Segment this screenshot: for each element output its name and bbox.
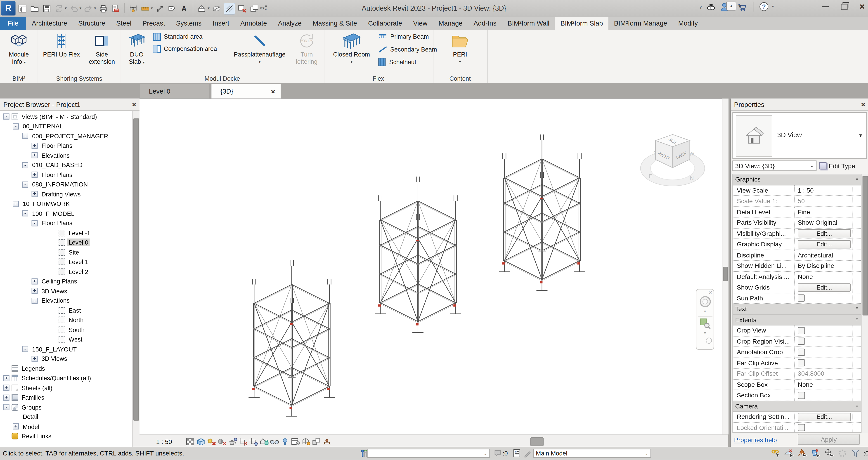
- redo-icon[interactable]: [83, 3, 94, 13]
- property-row[interactable]: Section Box «: [733, 390, 861, 401]
- property-row[interactable]: Annotation Crop «: [733, 347, 861, 358]
- view-tab-close-icon[interactable]: ×: [271, 87, 275, 96]
- property-row[interactable]: Crop View «: [733, 326, 861, 336]
- view-tab[interactable]: {3D} ×: [211, 84, 281, 99]
- property-checkbox[interactable]: [798, 327, 805, 334]
- collapse-search-icon[interactable]: ‹: [700, 2, 702, 11]
- ribbon-tab[interactable]: Architecture: [26, 17, 73, 30]
- closed-room-button[interactable]: Closed Room ▾: [327, 31, 376, 73]
- lock-3d-view-icon[interactable]: [258, 437, 269, 446]
- worksets-select[interactable]: ⌄: [367, 449, 490, 458]
- filter-icon[interactable]: [850, 448, 861, 458]
- tree-item[interactable]: + Ceiling Plans: [0, 276, 132, 286]
- displacement-sets-icon[interactable]: [311, 437, 322, 446]
- view-scale-control[interactable]: 1 : 50: [156, 438, 185, 445]
- property-checkbox[interactable]: [798, 349, 805, 356]
- ribbon-tab[interactable]: Modify: [673, 17, 704, 30]
- crop-view-icon[interactable]: [238, 437, 248, 446]
- tree-item[interactable]: South: [0, 325, 132, 334]
- tree-expander[interactable]: +: [13, 424, 19, 430]
- tree-item[interactable]: + Families: [0, 393, 132, 402]
- schalhaut-button[interactable]: Schalhaut: [378, 58, 431, 66]
- tree-expander[interactable]: +: [32, 191, 38, 197]
- close-button[interactable]: ×: [860, 3, 865, 10]
- open-icon[interactable]: [29, 3, 40, 13]
- module-info-dropdown-icon[interactable]: ▾: [24, 60, 26, 64]
- property-value[interactable]: By Discipline: [798, 262, 834, 269]
- property-row[interactable]: Detail Level Fine Fine «: [733, 207, 861, 218]
- text-icon[interactable]: A: [179, 3, 189, 13]
- tree-expander[interactable]: -: [32, 298, 38, 304]
- editing-requests-icon[interactable]: [493, 449, 503, 458]
- undo-icon[interactable]: [68, 3, 79, 13]
- tree-expander[interactable]: -: [32, 220, 38, 226]
- property-value[interactable]: 50: [798, 198, 805, 204]
- instance-selector[interactable]: 3D View: {3D} ⌄: [732, 161, 816, 171]
- ribbon-tab[interactable]: Precast: [137, 17, 171, 30]
- property-row[interactable]: View Scale 1 : 50 1 : 50 «: [733, 185, 861, 196]
- steering-wheel-icon[interactable]: [699, 295, 712, 308]
- restore-button[interactable]: [841, 4, 847, 10]
- ribbon-tab[interactable]: BIM²form Wall: [502, 17, 555, 30]
- select-elements-by-face-icon[interactable]: [810, 448, 821, 458]
- ribbon-tab[interactable]: File: [0, 17, 26, 30]
- shadows-icon[interactable]: [216, 437, 227, 446]
- revit-logo[interactable]: R: [1, 1, 16, 15]
- duo-slab-button[interactable]: DUO Slab ▾: [123, 31, 151, 73]
- ribbon-tab[interactable]: Annotate: [235, 17, 273, 30]
- tree-item[interactable]: + Floor Plans: [0, 141, 132, 151]
- ribbon-tab[interactable]: Manage: [433, 17, 468, 30]
- tree-expander[interactable]: -: [13, 201, 19, 207]
- tree-item[interactable]: - 010_CAD_BASED: [0, 160, 132, 170]
- type-selector[interactable]: 3D View ▼: [732, 112, 867, 159]
- scaffold-tower-middle[interactable]: [375, 176, 461, 332]
- tree-item[interactable]: - 10_FORMWORK: [0, 199, 132, 209]
- property-row[interactable]: Sun Path «: [733, 293, 861, 304]
- ribbon-tab[interactable]: Steel: [111, 17, 137, 30]
- property-row[interactable]: Graphic Display ... Edit... Edit... «: [733, 239, 861, 250]
- property-row[interactable]: Parts Visibility Show Original Show Orig…: [733, 218, 861, 228]
- property-row[interactable]: Graphics «: [733, 174, 861, 185]
- property-edit-button[interactable]: Edit...: [798, 413, 851, 421]
- section-icon[interactable]: [211, 3, 222, 13]
- property-row[interactable]: Far Clip Active «: [733, 358, 861, 369]
- ribbon-tab[interactable]: View: [408, 17, 433, 30]
- design-options-edit-icon[interactable]: [523, 449, 532, 458]
- tree-expander[interactable]: -: [22, 181, 28, 187]
- property-checkbox[interactable]: [798, 392, 805, 399]
- property-row[interactable]: Far Clip Offset 304,8000 304,8000 «: [733, 369, 861, 380]
- tree-item[interactable]: Revit Links: [0, 431, 132, 441]
- temporary-view-properties-icon[interactable]: [290, 437, 301, 446]
- tree-item[interactable]: - 000_PROJECT_MANAGER: [0, 131, 132, 141]
- ribbon-display-toggle[interactable]: ▴ ▾: [726, 2, 741, 10]
- drawing-scroll-thumb[interactable]: [723, 267, 728, 281]
- property-row[interactable]: Extents «: [733, 315, 861, 326]
- compensation-area-button[interactable]: Compensation area: [153, 44, 235, 53]
- drawing-area-scrollbar[interactable]: [722, 99, 728, 434]
- project-browser-scrollbar[interactable]: [132, 111, 140, 447]
- design-options-select[interactable]: Main Model ⌄: [533, 449, 651, 458]
- tree-expander[interactable]: +: [32, 278, 38, 284]
- ribbon-tab[interactable]: Structure: [73, 17, 111, 30]
- tree-item[interactable]: + 3D Views: [0, 286, 132, 296]
- property-value[interactable]: None: [798, 381, 813, 388]
- instance-selector-chevron-icon[interactable]: ⌄: [810, 163, 814, 168]
- drag-elements-on-selection-icon[interactable]: [824, 448, 834, 458]
- properties-scrollbar[interactable]: [862, 174, 868, 433]
- ribbon-cycle-icon[interactable]: ▴: [726, 2, 736, 10]
- project-browser-close-icon[interactable]: ×: [132, 100, 136, 108]
- primary-beam-button[interactable]: Primary Beam: [378, 32, 431, 41]
- tree-item[interactable]: - 080_INFORMATION: [0, 180, 132, 190]
- property-row[interactable]: Default Analysis ... None None «: [733, 271, 861, 282]
- tree-expander[interactable]: -: [22, 162, 28, 168]
- ribbon-tab[interactable]: Collaborate: [363, 17, 408, 30]
- properties-help-link[interactable]: Properties help: [734, 437, 777, 443]
- property-row[interactable]: Rendering Settin... Edit... Edit... «: [733, 412, 861, 423]
- category-collapse-icon[interactable]: «: [855, 318, 860, 320]
- tag-icon[interactable]: [167, 3, 177, 13]
- property-edit-button[interactable]: Edit...: [798, 240, 851, 249]
- tree-item[interactable]: + Elevations: [0, 151, 132, 160]
- dimension-icon[interactable]: [140, 3, 150, 13]
- properties-header[interactable]: Properties ×: [731, 99, 868, 111]
- property-row[interactable]: Show Hidden Li... By Discipline By Disci…: [733, 261, 861, 271]
